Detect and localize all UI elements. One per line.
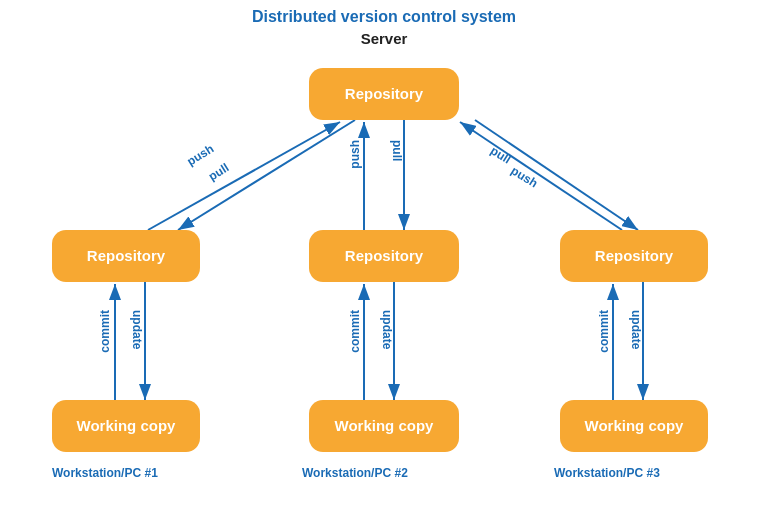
right-wc-node: Working copy [560,400,708,452]
commit-mid-label: commit [348,310,362,353]
pull-mid-label: pull [390,140,404,161]
ws2-label: Workstation/PC #2 [302,466,408,480]
pull-left-label: pull [206,160,232,183]
diagram-subtitle: Server [0,30,768,47]
diagram-title: Distributed version control system [0,8,768,26]
pull-right-label: pull [488,143,514,166]
push-mid-label: push [348,140,362,169]
update-mid-label: update [380,310,394,349]
commit-left-label: commit [98,310,112,353]
push-left-label: push [184,141,216,168]
left-repo-node: Repository [52,230,200,282]
ws1-label: Workstation/PC #1 [52,466,158,480]
svg-line-2 [148,122,340,230]
update-left-label: update [130,310,144,349]
svg-line-6 [460,122,622,230]
mid-wc-node: Working copy [309,400,459,452]
push-right-label: push [508,163,540,190]
ws3-label: Workstation/PC #3 [554,466,660,480]
svg-line-3 [178,120,355,230]
commit-right-label: commit [597,310,611,353]
diagram: Distributed version control system Serve… [0,0,768,508]
update-right-label: update [629,310,643,349]
server-repo-node: Repository [309,68,459,120]
left-wc-node: Working copy [52,400,200,452]
svg-line-7 [475,120,638,230]
mid-repo-node: Repository [309,230,459,282]
right-repo-node: Repository [560,230,708,282]
